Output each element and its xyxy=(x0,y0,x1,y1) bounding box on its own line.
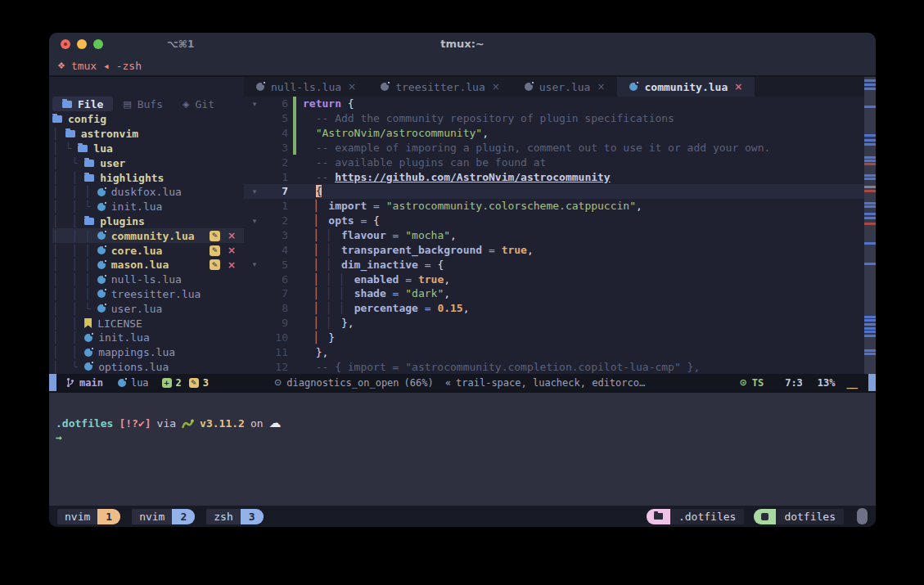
scrollbar-mark xyxy=(864,202,876,205)
tree-item-plugins[interactable]: │ │ plugins xyxy=(52,214,244,229)
code-line: 12 -- { import = "astrocommunity.complet… xyxy=(244,359,864,374)
code-line: 7 ▏ ▏ ▏ shade = "dark", xyxy=(244,286,864,301)
scroll-pill[interactable] xyxy=(857,508,868,524)
tmux-window-1[interactable]: nvim1 xyxy=(57,509,120,524)
treesitter-icon: ⊙ xyxy=(740,377,747,388)
session-icon: ❖ xyxy=(57,61,65,71)
close-buffer-icon[interactable]: × xyxy=(597,81,605,92)
tree-item-astronvim[interactable]: │ astronvim xyxy=(52,127,244,142)
neotree-tab-git[interactable]: ◈Git xyxy=(173,97,224,111)
close-buffer-icon[interactable]: × xyxy=(492,81,500,92)
tree-item-highlights[interactable]: │ │ highlights xyxy=(52,170,244,185)
tree-item-label: community.lua xyxy=(111,230,195,242)
fold-chevron-icon[interactable]: ▾ xyxy=(249,260,260,268)
close-buffer-icon[interactable]: × xyxy=(734,81,742,92)
code-line: 2 -- available plugins can be found at xyxy=(244,155,864,169)
line-number: 5 xyxy=(260,112,293,124)
lua-filetype-icon xyxy=(118,379,126,387)
fold-column xyxy=(249,290,260,298)
tree-item-user[interactable]: │ └ user xyxy=(52,155,244,170)
tree-item-label: null-ls.lua xyxy=(111,273,182,286)
line-number: 8 xyxy=(260,302,293,314)
tree-guide: │ │ xyxy=(52,331,84,344)
tree-guide: │ │ xyxy=(52,346,84,358)
tree-item-community.lua[interactable]: │ │ │ community.lua✎× xyxy=(52,228,244,243)
lsp-progress: (66%) xyxy=(404,377,434,389)
unsaved-close-icon[interactable]: × xyxy=(228,245,236,256)
tree-item-label: mason.lua xyxy=(111,259,169,271)
window-title: tmux:~ xyxy=(49,38,876,50)
git-branch-name: main xyxy=(79,377,103,389)
tree-item-label: init.lua xyxy=(98,331,150,344)
fold-column xyxy=(249,319,260,327)
fold-chevron-icon[interactable]: ▾ xyxy=(249,217,260,225)
cursor-position: 7:3 xyxy=(785,377,803,389)
git-added-icon: + xyxy=(162,378,172,388)
tree-item-label: init.lua xyxy=(111,200,163,213)
statusline-right: ⊙ TS 7:3 13% __ xyxy=(740,374,877,391)
sign-column xyxy=(293,242,296,257)
sign-column xyxy=(293,344,296,359)
sign-column xyxy=(293,184,296,199)
sign-column xyxy=(293,257,296,272)
unsaved-close-icon[interactable]: × xyxy=(228,259,236,271)
session-square-icon xyxy=(761,513,768,520)
code-editor[interactable]: ▾6return { 5 -- Add the community reposi… xyxy=(244,97,864,374)
tree-item-core.lua[interactable]: │ │ │ core.lua✎× xyxy=(52,243,244,258)
tree-item-init.lua[interactable]: │ │ init.lua xyxy=(52,331,244,345)
line-number: 4 xyxy=(260,127,293,139)
buffer-tab-user.lua[interactable]: user.lua× xyxy=(512,77,618,97)
line-number: 6 xyxy=(260,97,293,110)
tree-item-mason.lua[interactable]: │ │ │ mason.lua✎× xyxy=(52,258,244,272)
terminal-window: ⌥⌘1 tmux:~ ❖ tmux ◂ -zsh File▤Bufs◈Git c… xyxy=(49,33,876,527)
lua-file-icon xyxy=(97,203,106,211)
cursor-block: { xyxy=(316,185,322,197)
tree-item-mappings.lua[interactable]: │ │ mappings.lua xyxy=(52,345,244,360)
tree-item-label: options.lua xyxy=(98,361,169,373)
tree-item-user.lua[interactable]: │ │ └ user.lua xyxy=(52,301,244,316)
buffers-icon: ▤ xyxy=(123,99,131,110)
unsaved-close-icon[interactable]: × xyxy=(228,230,236,241)
scrollbar-mark xyxy=(864,190,876,192)
tree-item-duskfox.lua[interactable]: │ │ │ duskfox.lua xyxy=(52,185,244,200)
tree-guide: │ └ xyxy=(52,157,84,169)
buffer-tab-community.lua[interactable]: community.lua× xyxy=(617,77,755,97)
code-line: 3 ▏ ▏ flavour = "mocha", xyxy=(244,228,864,243)
code-line: ▾7 { xyxy=(244,184,864,199)
scrollbar-mark xyxy=(864,242,876,245)
tree-item-init.lua[interactable]: │ │ └ init.lua xyxy=(52,200,244,214)
neotree-tab-file[interactable]: File xyxy=(52,97,113,111)
tree-guide: │ │ └ xyxy=(52,200,97,213)
scrollbar-mark xyxy=(864,143,876,146)
tree-item-null-ls.lua[interactable]: │ │ │ null-ls.lua xyxy=(52,272,244,287)
buffer-tab-null-ls.lua[interactable]: null-ls.lua× xyxy=(244,77,368,97)
tree-item-options.lua[interactable]: │ └ options.lua xyxy=(52,360,244,374)
git-added-count: 2 xyxy=(176,377,182,389)
tmux-window-2[interactable]: nvim2 xyxy=(132,509,195,524)
code-line: 10 ▏ } xyxy=(244,331,864,345)
fold-chevron-icon[interactable]: ▾ xyxy=(249,100,260,108)
close-buffer-icon[interactable]: × xyxy=(348,81,356,92)
tmux-window-3[interactable]: zsh3 xyxy=(206,509,263,524)
tree-item-LICENSE[interactable]: │ │ LICENSE xyxy=(52,316,244,331)
line-number: 2 xyxy=(260,156,293,169)
lsp-status-text: diagnostics_on_open xyxy=(286,377,399,389)
tree-item-config[interactable]: config xyxy=(52,112,244,127)
buffer-tab-treesitter.lua[interactable]: treesitter.lua× xyxy=(368,77,512,97)
tree-item-treesitter.lua[interactable]: │ │ │ treesitter.lua xyxy=(52,287,244,302)
terminal-content: File▤Bufs◈Git config│ astronvim│ └ lua│ … xyxy=(49,77,876,527)
fold-chevron-icon[interactable]: ▾ xyxy=(249,187,260,196)
shell-pane[interactable]: .dotfiles [!?✔] via v3.11.2 on ☁ → xyxy=(49,391,876,506)
git-added-sign xyxy=(293,111,296,126)
tree-item-lua[interactable]: │ └ lua xyxy=(52,142,244,156)
treesitter-label: TS xyxy=(752,377,764,389)
sign-column xyxy=(293,169,296,184)
code-line: 1 -- https://github.com/AstroNvim/astroc… xyxy=(244,169,864,184)
bufferline: null-ls.lua×treesitter.lua×user.lua×comm… xyxy=(244,77,864,97)
neotree-tab-bufs[interactable]: ▤Bufs xyxy=(113,97,173,111)
line-number: 11 xyxy=(260,346,293,358)
scrollbar[interactable] xyxy=(864,77,876,374)
terminal-tab-bar[interactable]: ❖ tmux ◂ -zsh xyxy=(49,56,876,77)
tree-item-badges: ✎× xyxy=(210,230,244,241)
neotree-source-tabs: File▤Bufs◈Git xyxy=(52,97,244,111)
